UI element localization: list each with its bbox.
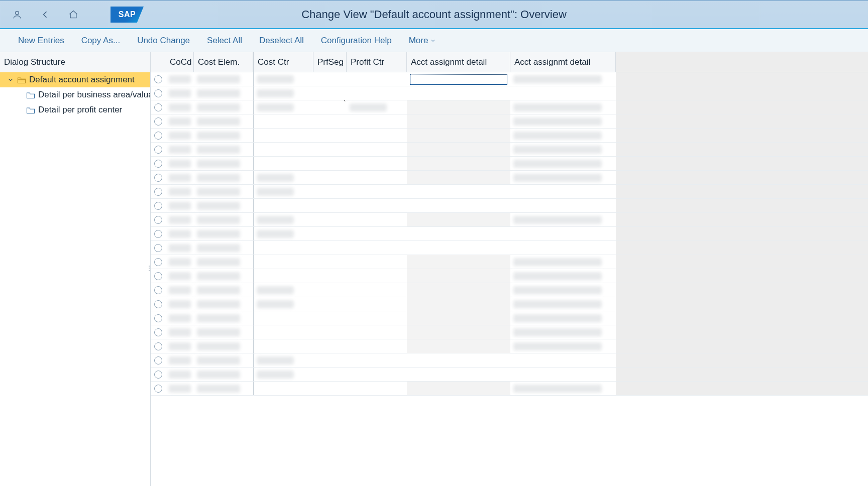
row-select-radio[interactable] [154, 371, 162, 379]
table-row [151, 171, 868, 185]
row-select-radio[interactable] [154, 314, 162, 322]
redacted-value [169, 103, 191, 111]
redacted-value [169, 75, 191, 83]
table-row [151, 114, 868, 129]
more-menu[interactable]: More [409, 36, 437, 46]
row-select-radio[interactable] [154, 272, 162, 280]
table-row [151, 227, 868, 241]
redacted-value [169, 146, 191, 154]
undo-change-button[interactable]: Undo Change [137, 36, 190, 46]
copy-as-button[interactable]: Copy As... [81, 36, 120, 46]
redacted-value [257, 371, 294, 379]
toolbar: New Entries Copy As... Undo Change Selec… [0, 29, 868, 52]
table-row [151, 353, 868, 368]
redacted-value [169, 314, 191, 322]
redacted-value [257, 216, 294, 224]
row-select-radio[interactable] [154, 188, 162, 196]
redacted-value [513, 174, 602, 182]
redacted-value [513, 300, 602, 308]
redacted-value [197, 258, 240, 266]
redacted-value [169, 258, 191, 266]
redacted-value [257, 286, 294, 294]
col-acct-detail-1[interactable]: Acct assignmt detail [407, 52, 510, 72]
row-select-radio[interactable] [154, 174, 162, 182]
redacted-value [257, 89, 294, 97]
row-select-radio[interactable] [154, 328, 162, 336]
col-cocd[interactable]: CoCd [166, 52, 194, 72]
redacted-value [257, 103, 294, 111]
redacted-value [197, 117, 240, 126]
splitter-handle[interactable]: ⋮ [146, 265, 152, 272]
row-select-radio[interactable] [154, 356, 162, 365]
back-icon[interactable] [40, 10, 50, 20]
deselect-all-button[interactable]: Deselect All [259, 36, 304, 46]
table-body: ` [151, 72, 868, 486]
redacted-value [197, 385, 240, 393]
row-select-radio[interactable] [154, 385, 162, 393]
row-select-radio[interactable] [154, 75, 162, 83]
dialog-structure-panel: Dialog Structure Default account assignm… [0, 52, 151, 486]
row-select-radio[interactable] [154, 103, 162, 111]
redacted-value [197, 314, 240, 322]
home-icon[interactable] [68, 10, 78, 20]
tree-node-default-account-assignment[interactable]: Default account assignment [0, 72, 150, 87]
redacted-value [257, 300, 294, 308]
redacted-value [513, 314, 602, 322]
redacted-value [169, 356, 191, 365]
col-acct-detail-2[interactable]: Acct assignmt detail [510, 52, 616, 72]
row-select-radio[interactable] [154, 132, 162, 140]
folder-icon [26, 91, 35, 99]
table-row [151, 213, 868, 227]
more-label: More [409, 36, 428, 46]
main: Dialog Structure Default account assignm… [0, 52, 868, 486]
row-select-radio[interactable] [154, 258, 162, 266]
redacted-value [169, 174, 191, 182]
col-cost-ctr[interactable]: Cost Ctr [253, 52, 313, 72]
folder-open-icon [17, 76, 26, 84]
tree-node-detail-business-area[interactable]: Detail per business area/valuation area [0, 87, 150, 102]
redacted-value [197, 146, 240, 154]
row-select-radio[interactable] [154, 89, 162, 97]
row-select-radio[interactable] [154, 216, 162, 224]
acct-detail-input[interactable] [410, 74, 507, 85]
row-select-radio[interactable] [154, 286, 162, 294]
redacted-value [169, 160, 191, 168]
row-select-radio[interactable] [154, 300, 162, 308]
row-select-radio[interactable] [154, 160, 162, 168]
redacted-value [513, 342, 602, 350]
row-select-radio[interactable] [154, 146, 162, 154]
col-cost-elem[interactable]: Cost Elem. [194, 52, 253, 72]
table-row: ` [151, 100, 868, 114]
table-row [151, 269, 868, 283]
redacted-value [513, 146, 602, 154]
chevron-down-icon [7, 76, 14, 83]
configuration-help-button[interactable]: Configuration Help [321, 36, 392, 46]
row-select-radio[interactable] [154, 230, 162, 238]
redacted-value [197, 244, 240, 252]
redacted-value [513, 385, 602, 393]
folder-icon [26, 106, 35, 114]
redacted-value [169, 188, 191, 196]
select-all-button[interactable]: Select All [207, 36, 242, 46]
redacted-value [350, 103, 387, 111]
row-select-radio[interactable] [154, 244, 162, 252]
col-profit-ctr[interactable]: Profit Ctr [347, 52, 407, 72]
redacted-value [169, 202, 191, 210]
redacted-value [169, 328, 191, 336]
row-select-radio[interactable] [154, 202, 162, 210]
redacted-value [513, 272, 602, 280]
redacted-value [197, 272, 240, 280]
user-icon[interactable] [12, 10, 22, 20]
redacted-value [169, 286, 191, 294]
table-row [151, 199, 868, 213]
table-row [151, 339, 868, 353]
col-prfseg[interactable]: PrfSeg [313, 52, 347, 72]
redacted-value [197, 286, 240, 294]
tree-node-detail-profit-center[interactable]: Detail per profit center [0, 102, 150, 117]
redacted-value [513, 75, 602, 83]
row-select-radio[interactable] [154, 342, 162, 350]
row-select-radio[interactable] [154, 117, 162, 126]
redacted-value [197, 103, 240, 111]
redacted-value [513, 328, 602, 336]
new-entries-button[interactable]: New Entries [18, 36, 64, 46]
